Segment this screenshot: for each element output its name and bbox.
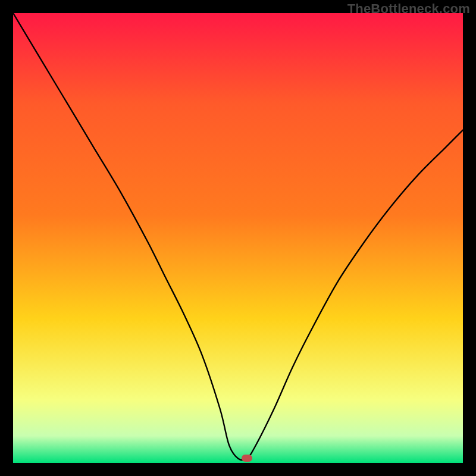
bottleneck-curve (13, 13, 463, 463)
chart-frame: TheBottleneck.com (0, 0, 476, 476)
minimum-marker (242, 455, 252, 462)
watermark-text: TheBottleneck.com (347, 1, 470, 17)
plot-area (13, 13, 463, 463)
